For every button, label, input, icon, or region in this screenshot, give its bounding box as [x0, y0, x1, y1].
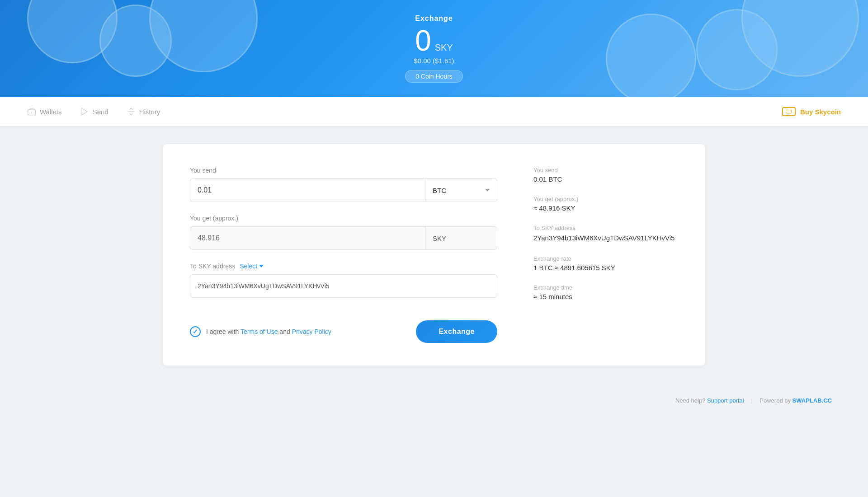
privacy-policy-link[interactable]: Privacy Policy: [292, 328, 331, 335]
swaplab-brand[interactable]: SWAPLAB.CC: [793, 397, 832, 404]
decorative-coin: [149, 0, 258, 72]
agreement-row: ✓ I agree with Terms of Use and Privacy …: [190, 320, 497, 343]
buy-icon: [782, 107, 796, 116]
summary-section: You send 0.01 BTC You get (approx.) ≈ 48…: [533, 167, 678, 343]
summary-exchange-rate-label: Exchange rate: [533, 255, 678, 262]
coin-hours-badge: 0 Coin Hours: [405, 70, 463, 83]
summary-you-get: You get (approx.) ≈ 48.916 SKY: [533, 196, 678, 212]
summary-exchange-time-value: ≈ 15 minutes: [533, 293, 678, 300]
decorative-coin: [606, 14, 696, 97]
get-currency-display: SKY: [425, 226, 497, 250]
select-address-button[interactable]: Select: [240, 263, 264, 270]
select-chevron-icon: [259, 265, 264, 267]
address-label: To SKY address: [190, 263, 235, 270]
main-content: You send BTC You get (approx.) SKY To SK…: [145, 144, 723, 366]
send-icon: [80, 107, 89, 116]
footer-help-text: Need help?: [675, 397, 706, 404]
send-currency-select[interactable]: BTC: [425, 178, 497, 202]
agree-pre-text: I agree with: [206, 328, 241, 335]
footer-powered-text: Powered by: [760, 397, 791, 404]
nav-history-label: History: [139, 108, 160, 116]
hero-balance-number: 0: [415, 26, 431, 55]
buy-skycoin-label: Buy Skycoin: [800, 108, 841, 116]
summary-exchange-time-label: Exchange time: [533, 284, 678, 291]
sky-address-input[interactable]: [190, 274, 497, 298]
agree-checkbox[interactable]: ✓: [190, 326, 201, 337]
buy-skycoin-button[interactable]: Buy Skycoin: [782, 107, 841, 116]
navbar: Wallets Send History Buy Skycoin: [0, 97, 868, 126]
exchange-button[interactable]: Exchange: [416, 320, 497, 343]
hero-section: Exchange 0 SKY $0.00 ($1.61) 0 Coin Hour…: [0, 0, 868, 97]
summary-exchange-rate-value: 1 BTC ≈ 4891.605615 SKY: [533, 264, 678, 272]
summary-you-send: You send 0.01 BTC: [533, 167, 678, 183]
check-icon: ✓: [193, 328, 198, 335]
nav-wallets[interactable]: Wallets: [27, 107, 62, 116]
you-get-label: You get (approx.): [190, 215, 497, 222]
agree-mid-text: and: [278, 328, 292, 335]
summary-to-address-label: To SKY address: [533, 225, 678, 231]
summary-you-send-label: You send: [533, 167, 678, 173]
wallet-icon: [27, 107, 36, 116]
nav-items: Wallets Send History: [27, 107, 782, 116]
send-currency-label: BTC: [433, 187, 446, 194]
footer: Need help? Support portal | Powered by S…: [0, 384, 868, 417]
summary-to-address-value: 2Yan3Y94b13iWM6XvUgTDwSAV91LYKHvVi5: [533, 233, 678, 243]
form-section: You send BTC You get (approx.) SKY To SK…: [190, 167, 497, 343]
summary-to-address: To SKY address 2Yan3Y94b13iWM6XvUgTDwSAV…: [533, 225, 678, 243]
get-amount-input[interactable]: [190, 226, 425, 250]
hero-balance: 0 SKY: [415, 26, 453, 55]
summary-you-send-value: 0.01 BTC: [533, 175, 678, 183]
nav-history[interactable]: History: [127, 107, 160, 116]
checkbox-wrapper: ✓ I agree with Terms of Use and Privacy …: [190, 326, 405, 337]
summary-exchange-rate: Exchange rate 1 BTC ≈ 4891.605615 SKY: [533, 255, 678, 272]
hero-balance-unit: SKY: [435, 42, 453, 53]
get-input-row: SKY: [190, 226, 497, 250]
exchange-card: You send BTC You get (approx.) SKY To SK…: [163, 144, 705, 366]
nav-send-label: Send: [93, 108, 108, 116]
address-section: To SKY address Select: [190, 263, 497, 298]
svg-marker-2: [82, 108, 87, 115]
footer-separator: |: [751, 397, 752, 404]
agree-text: I agree with Terms of Use and Privacy Po…: [206, 328, 331, 335]
chevron-down-icon: [485, 189, 490, 192]
support-portal-link[interactable]: Support portal: [707, 397, 744, 404]
history-icon: [127, 107, 136, 116]
hero-title: Exchange: [415, 14, 453, 23]
nav-send[interactable]: Send: [80, 107, 108, 116]
terms-of-use-link[interactable]: Terms of Use: [241, 328, 278, 335]
summary-you-get-label: You get (approx.): [533, 196, 678, 202]
send-amount-input[interactable]: [190, 178, 425, 202]
send-input-row: BTC: [190, 178, 497, 202]
nav-wallets-label: Wallets: [40, 108, 62, 116]
summary-you-get-value: ≈ 48.916 SKY: [533, 204, 678, 212]
address-label-row: To SKY address Select: [190, 263, 497, 270]
summary-exchange-time: Exchange time ≈ 15 minutes: [533, 284, 678, 300]
hero-usd-value: $0.00 ($1.61): [414, 57, 454, 65]
get-currency-label: SKY: [433, 234, 446, 242]
you-send-label: You send: [190, 167, 497, 174]
select-label: Select: [240, 263, 257, 270]
